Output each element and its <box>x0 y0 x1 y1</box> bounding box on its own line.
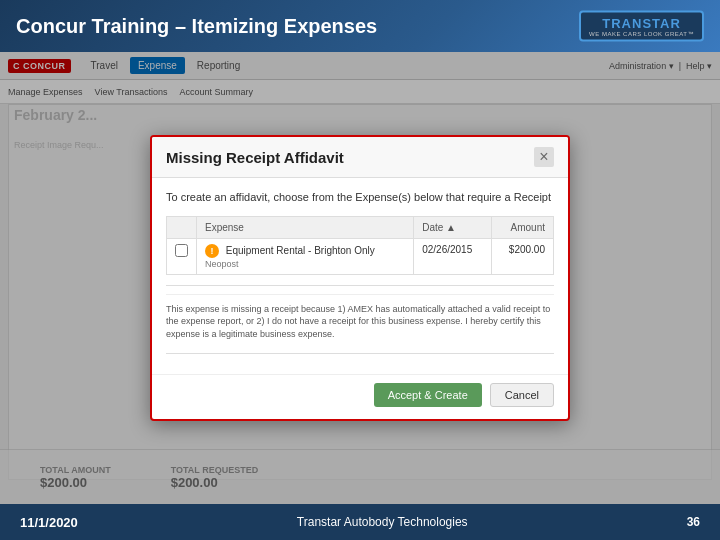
modal-instruction: To create an affidavit, choose from the … <box>166 190 554 205</box>
expense-table: Expense Date ▲ Amount ! Equipm <box>166 216 554 275</box>
expense-checkbox[interactable] <box>175 244 188 257</box>
transtar-logo: TRANSTAR WE MAKE CARS LOOK GREAT™ <box>579 11 704 42</box>
header-bar: Concur Training – Itemizing Expenses TRA… <box>0 0 720 52</box>
transtar-tagline: WE MAKE CARS LOOK GREAT™ <box>589 31 694 37</box>
row-checkbox-cell <box>167 238 197 274</box>
col-header-amount: Amount <box>492 216 554 238</box>
modal-overlay: Missing Receipt Affidavit × To create an… <box>0 52 720 504</box>
modal-title: Missing Receipt Affidavit <box>166 149 344 166</box>
modal-body: To create an affidavit, choose from the … <box>152 178 568 373</box>
warning-icon: ! <box>205 244 219 258</box>
modal-header: Missing Receipt Affidavit × <box>152 137 568 178</box>
footer-page: 36 <box>687 515 700 529</box>
modal-dialog: Missing Receipt Affidavit × To create an… <box>150 135 570 420</box>
accept-create-button[interactable]: Accept & Create <box>374 383 482 407</box>
col-header-date: Date ▲ <box>414 216 492 238</box>
expense-name: Equipment Rental - Brighton Only <box>226 245 375 256</box>
modal-divider <box>166 285 554 286</box>
transtar-name: TRANSTAR <box>589 16 694 31</box>
col-header-checkbox <box>167 216 197 238</box>
modal-divider-2 <box>166 353 554 354</box>
modal-footer: Accept & Create Cancel <box>152 374 568 419</box>
footer-company: Transtar Autobody Technologies <box>297 515 468 529</box>
col-header-expense: Expense <box>197 216 414 238</box>
footer-bar: 11/1/2020 Transtar Autobody Technologies… <box>0 504 720 540</box>
expense-amount-cell: $200.00 <box>492 238 554 274</box>
footer-date: 11/1/2020 <box>20 515 78 530</box>
modal-close-button[interactable]: × <box>534 147 554 167</box>
cancel-button[interactable]: Cancel <box>490 383 554 407</box>
expense-sub: Neopost <box>205 259 239 269</box>
main-content: C CONCUR Travel Expense Reporting Admini… <box>0 52 720 540</box>
expense-name-cell: ! Equipment Rental - Brighton Only Neopo… <box>197 238 414 274</box>
expense-date-cell: 02/26/2015 <box>414 238 492 274</box>
table-row: ! Equipment Rental - Brighton Only Neopo… <box>167 238 554 274</box>
page-title: Concur Training – Itemizing Expenses <box>16 15 377 38</box>
fine-print: This expense is missing a receipt becaus… <box>166 294 554 341</box>
